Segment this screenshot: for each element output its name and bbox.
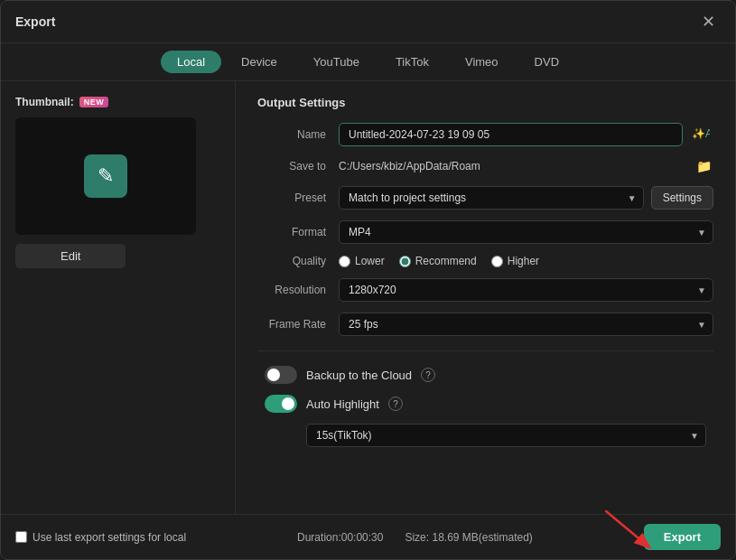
auto-highlight-row: Auto Highlight ? bbox=[265, 395, 706, 413]
tabs-row: Local Device YouTube TikTok Vimeo DVD bbox=[1, 43, 735, 81]
last-settings-checkbox[interactable] bbox=[15, 531, 27, 543]
resolution-row: Resolution 1280x720 ▼ bbox=[257, 278, 713, 302]
quality-label: Quality bbox=[257, 255, 339, 267]
name-label: Name bbox=[257, 128, 339, 141]
auto-highlight-label: Auto Highlight bbox=[306, 397, 379, 411]
quality-lower-radio[interactable] bbox=[339, 256, 350, 267]
quality-lower-option[interactable]: Lower bbox=[339, 255, 385, 267]
backup-toggle-knob bbox=[267, 369, 280, 381]
tab-tiktok[interactable]: TikTok bbox=[379, 51, 445, 73]
backup-label: Backup to the Cloud bbox=[306, 369, 412, 382]
tab-local[interactable]: Local bbox=[161, 51, 221, 73]
settings-button[interactable]: Settings bbox=[651, 186, 713, 210]
svg-line-2 bbox=[605, 510, 648, 546]
size-value: 18.69 MB(estimated) bbox=[432, 531, 532, 544]
tiktok-duration-row: 15s(TikTok) ▼ bbox=[306, 424, 706, 447]
backup-help-icon[interactable]: ? bbox=[421, 368, 435, 382]
quality-recommend-radio[interactable] bbox=[399, 256, 411, 267]
preset-row: Preset Match to project settings ▼ Setti… bbox=[257, 186, 713, 210]
quality-row: Quality Lower Recommend Higher bbox=[257, 255, 713, 267]
resolution-select[interactable]: 1280x720 bbox=[339, 278, 713, 302]
title-bar: Export ✕ bbox=[1, 1, 735, 43]
frame-rate-label: Frame Rate bbox=[257, 318, 339, 331]
last-settings-checkbox-label[interactable]: Use last export settings for local bbox=[15, 531, 186, 544]
duration-label: Duration: bbox=[297, 531, 341, 544]
bottom-bar: Use last export settings for local Durat… bbox=[1, 514, 735, 559]
size-label: Size: bbox=[405, 531, 429, 544]
tab-vimeo[interactable]: Vimeo bbox=[449, 51, 515, 73]
divider bbox=[257, 350, 713, 351]
quality-higher-label: Higher bbox=[508, 255, 539, 267]
ai-button[interactable]: ✨AI bbox=[688, 122, 713, 146]
save-path: C:/Users/kbiz/AppData/Roam bbox=[339, 160, 689, 173]
quality-recommend-label: Recommend bbox=[415, 255, 477, 267]
format-select[interactable]: MP4 bbox=[339, 220, 713, 244]
duration-info: Duration:00:00:30 bbox=[297, 531, 383, 544]
export-window: Export ✕ Local Device YouTube TikTok Vim… bbox=[0, 0, 736, 560]
auto-highlight-toggle[interactable] bbox=[265, 395, 297, 413]
quality-recommend-option[interactable]: Recommend bbox=[399, 255, 477, 267]
thumbnail-label: Thumbnail: NEW bbox=[15, 96, 220, 108]
size-info: Size: 18.69 MB(estimated) bbox=[405, 531, 532, 544]
save-to-label: Save to bbox=[257, 160, 339, 173]
duration-value: 00:00:30 bbox=[341, 531, 384, 544]
resolution-label: Resolution bbox=[257, 284, 339, 296]
toggle-section: Backup to the Cloud ? Auto Highlight ? 1… bbox=[257, 366, 713, 447]
main-content: Thumbnail: NEW ✎ Edit Output Settings Na… bbox=[1, 81, 735, 514]
tiktok-duration-select[interactable]: 15s(TikTok) bbox=[306, 424, 706, 447]
auto-highlight-help-icon[interactable]: ? bbox=[388, 397, 403, 411]
auto-highlight-toggle-knob bbox=[282, 397, 294, 410]
name-row: Name ✨AI bbox=[257, 122, 713, 146]
format-label: Format bbox=[257, 226, 339, 238]
svg-text:✨AI: ✨AI bbox=[692, 126, 710, 140]
backup-toggle[interactable] bbox=[265, 366, 297, 384]
window-title: Export bbox=[15, 14, 55, 29]
quality-options: Lower Recommend Higher bbox=[339, 255, 539, 267]
close-button[interactable]: ✕ bbox=[696, 10, 721, 33]
name-input[interactable] bbox=[339, 123, 683, 146]
preset-select[interactable]: Match to project settings bbox=[339, 186, 644, 210]
export-area: Export bbox=[644, 524, 721, 550]
new-badge: NEW bbox=[79, 97, 109, 107]
tab-youtube[interactable]: YouTube bbox=[297, 51, 376, 73]
export-button[interactable]: Export bbox=[644, 524, 721, 550]
bottom-info: Duration:00:00:30 Size: 18.69 MB(estimat… bbox=[297, 531, 533, 544]
tab-dvd[interactable]: DVD bbox=[518, 51, 575, 73]
folder-button[interactable]: 📁 bbox=[694, 157, 713, 175]
edit-button[interactable]: Edit bbox=[15, 244, 126, 268]
left-panel: Thumbnail: NEW ✎ Edit bbox=[1, 81, 236, 514]
backup-row: Backup to the Cloud ? bbox=[265, 366, 706, 384]
frame-rate-select[interactable]: 25 fps bbox=[339, 313, 713, 336]
thumbnail-preview: ✎ bbox=[15, 117, 196, 235]
last-settings-label: Use last export settings for local bbox=[33, 531, 186, 544]
save-to-row: Save to C:/Users/kbiz/AppData/Roam 📁 bbox=[257, 157, 713, 175]
pencil-icon: ✎ bbox=[98, 164, 114, 188]
right-panel: Output Settings Name ✨AI Save to C:/User… bbox=[236, 81, 735, 514]
format-row: Format MP4 ▼ bbox=[257, 220, 713, 244]
tab-device[interactable]: Device bbox=[225, 51, 293, 73]
preset-label: Preset bbox=[257, 191, 339, 204]
frame-rate-row: Frame Rate 25 fps ▼ bbox=[257, 313, 713, 336]
output-settings-title: Output Settings bbox=[257, 96, 713, 109]
quality-lower-label: Lower bbox=[355, 255, 385, 267]
quality-higher-radio[interactable] bbox=[491, 256, 503, 267]
thumbnail-icon: ✎ bbox=[84, 154, 127, 198]
quality-higher-option[interactable]: Higher bbox=[491, 255, 539, 267]
